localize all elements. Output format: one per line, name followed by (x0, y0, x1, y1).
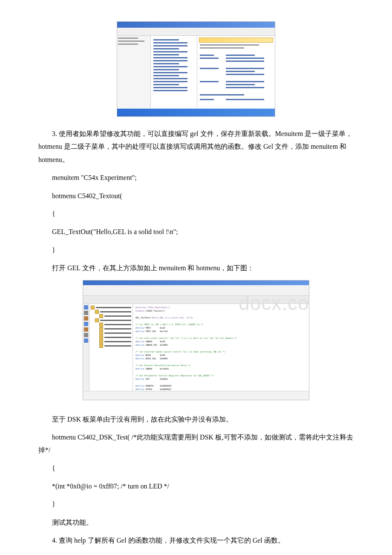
project-tree (89, 304, 133, 391)
text: 3. 使用者如果希望修改其功能，可以直接编写 gel 文件，保存并重新装载。Me… (38, 130, 352, 163)
code-menuitem: menuitem "C54x Experiment"; (38, 171, 354, 184)
code-brace-open-2: { (38, 462, 354, 475)
code-textout: GEL_TextOut("Hello,GEL is a solid tool !… (38, 225, 354, 238)
document-page: 3. 使用者如果希望修改其功能，可以直接编写 gel 文件，保存并重新装载。Me… (0, 0, 392, 555)
paragraph-test: 测试其功能。 (38, 516, 354, 529)
code-brace-close-2: } (38, 498, 354, 511)
code-hotmenu: hotmenu C5402_Textout( (38, 190, 354, 202)
paragraph-4-help: 4. 查询 help 了解所有 Gel 的函数功能，并修改文件实现一个其它的 G… (38, 534, 354, 547)
paragraph-3-intro: 3. 使用者如果希望修改其功能，可以直接编写 gel 文件，保存并重新装载。Me… (38, 127, 354, 166)
code-editor: menuitem "C54x Experiment"; hotmenu C540… (133, 304, 309, 391)
paragraph-dsk-hotmenu: hotmenu C5402_DSK_Test( /*此功能实现需要用到 DSK … (38, 431, 354, 457)
code-led: *(int *0x0@io = 0xff07; /* turn on LED *… (38, 480, 354, 493)
paragraph-dsk-note: 至于 DSK 板菜单由于没有用到，故在此实验中并没有添加。 (38, 413, 354, 426)
code-brace-open: { (38, 208, 354, 220)
paragraph-open-gel: 打开 GEL 文件，在其上方添加如上 menuitem 和 hotmenu，如下… (38, 262, 354, 275)
screenshot-ccs-editor: docx.com (83, 280, 309, 400)
screenshot-ccs-help (117, 21, 275, 117)
code-brace-close: } (38, 244, 354, 257)
